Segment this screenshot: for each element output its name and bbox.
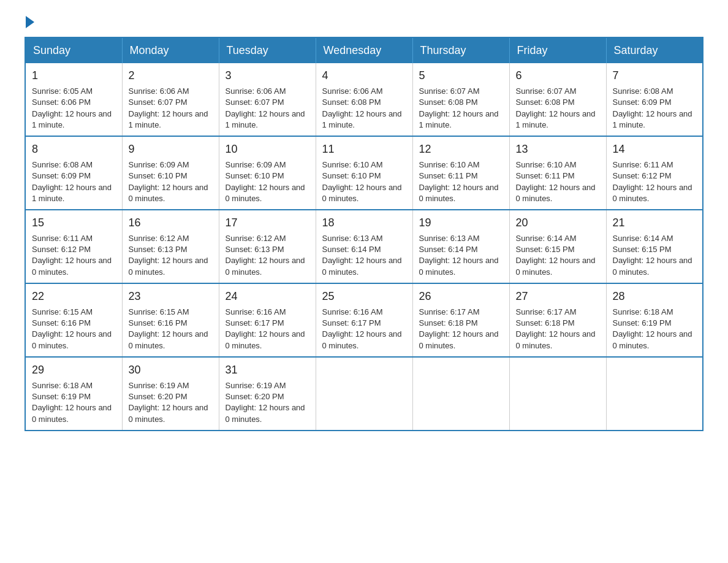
sunrise-label: Sunrise: 6:17 AM bbox=[419, 307, 480, 316]
day-number: 5 bbox=[419, 68, 503, 83]
daylight-label: Daylight: 12 hours and 0 minutes. bbox=[613, 256, 692, 276]
sunrise-label: Sunrise: 6:18 AM bbox=[613, 307, 673, 316]
day-number: 18 bbox=[322, 215, 406, 231]
sunrise-label: Sunrise: 6:19 AM bbox=[226, 381, 286, 390]
header-wednesday: Wednesday bbox=[316, 37, 412, 63]
calendar-cell: 17 Sunrise: 6:12 AM Sunset: 6:13 PM Dayl… bbox=[219, 210, 316, 283]
calendar-cell: 29 Sunrise: 6:18 AM Sunset: 6:19 PM Dayl… bbox=[25, 357, 122, 431]
header-thursday: Thursday bbox=[412, 37, 509, 63]
daylight-label: Daylight: 12 hours and 0 minutes. bbox=[226, 329, 305, 350]
daylight-label: Daylight: 12 hours and 0 minutes. bbox=[226, 403, 305, 423]
daylight-label: Daylight: 12 hours and 0 minutes. bbox=[129, 256, 208, 276]
sunrise-label: Sunrise: 6:10 AM bbox=[419, 160, 480, 169]
calendar-week-2: 8 Sunrise: 6:08 AM Sunset: 6:09 PM Dayli… bbox=[25, 136, 703, 210]
calendar-cell: 9 Sunrise: 6:09 AM Sunset: 6:10 PM Dayli… bbox=[122, 136, 219, 210]
sunset-label: Sunset: 6:18 PM bbox=[516, 318, 575, 327]
daylight-label: Daylight: 12 hours and 0 minutes. bbox=[129, 183, 208, 203]
sunset-label: Sunset: 6:12 PM bbox=[32, 245, 91, 254]
calendar-cell: 16 Sunrise: 6:12 AM Sunset: 6:13 PM Dayl… bbox=[122, 210, 219, 283]
daylight-label: Daylight: 12 hours and 0 minutes. bbox=[322, 183, 402, 203]
sunset-label: Sunset: 6:14 PM bbox=[322, 245, 381, 254]
day-number: 27 bbox=[516, 289, 600, 304]
calendar-cell: 25 Sunrise: 6:16 AM Sunset: 6:17 PM Dayl… bbox=[316, 283, 412, 357]
sunset-label: Sunset: 6:08 PM bbox=[516, 98, 575, 107]
daylight-label: Daylight: 12 hours and 0 minutes. bbox=[613, 329, 692, 350]
daylight-label: Daylight: 12 hours and 1 minute. bbox=[32, 109, 112, 129]
sunrise-label: Sunrise: 6:08 AM bbox=[613, 86, 673, 96]
calendar-week-3: 15 Sunrise: 6:11 AM Sunset: 6:12 PM Dayl… bbox=[25, 210, 703, 283]
day-number: 31 bbox=[226, 362, 309, 378]
calendar-cell: 2 Sunrise: 6:06 AM Sunset: 6:07 PM Dayli… bbox=[122, 63, 219, 136]
day-number: 15 bbox=[32, 215, 116, 231]
daylight-label: Daylight: 12 hours and 0 minutes. bbox=[32, 403, 112, 423]
sunset-label: Sunset: 6:09 PM bbox=[32, 171, 91, 180]
day-number: 30 bbox=[129, 362, 213, 378]
calendar-cell: 30 Sunrise: 6:19 AM Sunset: 6:20 PM Dayl… bbox=[122, 357, 219, 431]
daylight-label: Daylight: 12 hours and 0 minutes. bbox=[129, 403, 208, 423]
header-monday: Monday bbox=[122, 37, 219, 63]
calendar-cell: 13 Sunrise: 6:10 AM Sunset: 6:11 PM Dayl… bbox=[509, 136, 606, 210]
header-sunday: Sunday bbox=[25, 37, 122, 63]
daylight-label: Daylight: 12 hours and 1 minute. bbox=[516, 109, 596, 129]
sunset-label: Sunset: 6:19 PM bbox=[32, 392, 91, 401]
calendar-cell: 22 Sunrise: 6:15 AM Sunset: 6:16 PM Dayl… bbox=[25, 283, 122, 357]
sunset-label: Sunset: 6:12 PM bbox=[613, 171, 672, 180]
calendar-cell: 7 Sunrise: 6:08 AM Sunset: 6:09 PM Dayli… bbox=[606, 63, 703, 136]
day-number: 21 bbox=[613, 215, 697, 231]
sunset-label: Sunset: 6:13 PM bbox=[226, 245, 284, 254]
logo-triangle-icon bbox=[26, 16, 34, 28]
calendar-cell: 8 Sunrise: 6:08 AM Sunset: 6:09 PM Dayli… bbox=[25, 136, 122, 210]
calendar-table: SundayMondayTuesdayWednesdayThursdayFrid… bbox=[25, 37, 703, 431]
sunset-label: Sunset: 6:13 PM bbox=[129, 245, 188, 254]
calendar-cell: 10 Sunrise: 6:09 AM Sunset: 6:10 PM Dayl… bbox=[219, 136, 316, 210]
calendar-header-row: SundayMondayTuesdayWednesdayThursdayFrid… bbox=[25, 37, 703, 63]
sunrise-label: Sunrise: 6:07 AM bbox=[516, 86, 577, 96]
calendar-cell bbox=[606, 357, 703, 431]
sunrise-label: Sunrise: 6:08 AM bbox=[32, 160, 93, 169]
day-number: 26 bbox=[419, 289, 503, 304]
sunset-label: Sunset: 6:09 PM bbox=[613, 98, 672, 107]
sunrise-label: Sunrise: 6:06 AM bbox=[226, 86, 286, 96]
sunset-label: Sunset: 6:10 PM bbox=[322, 171, 381, 180]
sunrise-label: Sunrise: 6:06 AM bbox=[322, 86, 383, 96]
sunset-label: Sunset: 6:08 PM bbox=[419, 98, 478, 107]
daylight-label: Daylight: 12 hours and 0 minutes. bbox=[419, 256, 499, 276]
calendar-cell bbox=[412, 357, 509, 431]
sunrise-label: Sunrise: 6:17 AM bbox=[516, 307, 577, 316]
page-header bbox=[25, 18, 703, 25]
sunrise-label: Sunrise: 6:06 AM bbox=[129, 86, 189, 96]
daylight-label: Daylight: 12 hours and 1 minute. bbox=[226, 109, 305, 129]
sunrise-label: Sunrise: 6:12 AM bbox=[129, 234, 189, 243]
day-number: 3 bbox=[226, 68, 309, 83]
daylight-label: Daylight: 12 hours and 0 minutes. bbox=[516, 183, 596, 203]
daylight-label: Daylight: 12 hours and 0 minutes. bbox=[129, 329, 208, 350]
daylight-label: Daylight: 12 hours and 0 minutes. bbox=[419, 329, 499, 350]
header-friday: Friday bbox=[509, 37, 606, 63]
calendar-cell: 23 Sunrise: 6:15 AM Sunset: 6:16 PM Dayl… bbox=[122, 283, 219, 357]
calendar-cell: 21 Sunrise: 6:14 AM Sunset: 6:15 PM Dayl… bbox=[606, 210, 703, 283]
calendar-cell: 5 Sunrise: 6:07 AM Sunset: 6:08 PM Dayli… bbox=[412, 63, 509, 136]
sunrise-label: Sunrise: 6:16 AM bbox=[322, 307, 383, 316]
daylight-label: Daylight: 12 hours and 0 minutes. bbox=[32, 329, 112, 350]
calendar-cell: 15 Sunrise: 6:11 AM Sunset: 6:12 PM Dayl… bbox=[25, 210, 122, 283]
sunrise-label: Sunrise: 6:15 AM bbox=[129, 307, 189, 316]
day-number: 23 bbox=[129, 289, 213, 304]
calendar-cell: 14 Sunrise: 6:11 AM Sunset: 6:12 PM Dayl… bbox=[606, 136, 703, 210]
day-number: 1 bbox=[32, 68, 116, 83]
sunset-label: Sunset: 6:18 PM bbox=[419, 318, 478, 327]
day-number: 13 bbox=[516, 142, 600, 157]
sunrise-label: Sunrise: 6:07 AM bbox=[419, 86, 480, 96]
sunset-label: Sunset: 6:10 PM bbox=[129, 171, 188, 180]
calendar-cell bbox=[316, 357, 412, 431]
calendar-cell: 11 Sunrise: 6:10 AM Sunset: 6:10 PM Dayl… bbox=[316, 136, 412, 210]
sunset-label: Sunset: 6:15 PM bbox=[613, 245, 672, 254]
sunrise-label: Sunrise: 6:12 AM bbox=[226, 234, 286, 243]
sunrise-label: Sunrise: 6:13 AM bbox=[322, 234, 383, 243]
sunset-label: Sunset: 6:07 PM bbox=[226, 98, 284, 107]
daylight-label: Daylight: 12 hours and 0 minutes. bbox=[226, 256, 305, 276]
sunrise-label: Sunrise: 6:11 AM bbox=[32, 234, 93, 243]
sunset-label: Sunset: 6:11 PM bbox=[419, 171, 478, 180]
calendar-cell: 1 Sunrise: 6:05 AM Sunset: 6:06 PM Dayli… bbox=[25, 63, 122, 136]
day-number: 24 bbox=[226, 289, 309, 304]
daylight-label: Daylight: 12 hours and 1 minute. bbox=[419, 109, 499, 129]
